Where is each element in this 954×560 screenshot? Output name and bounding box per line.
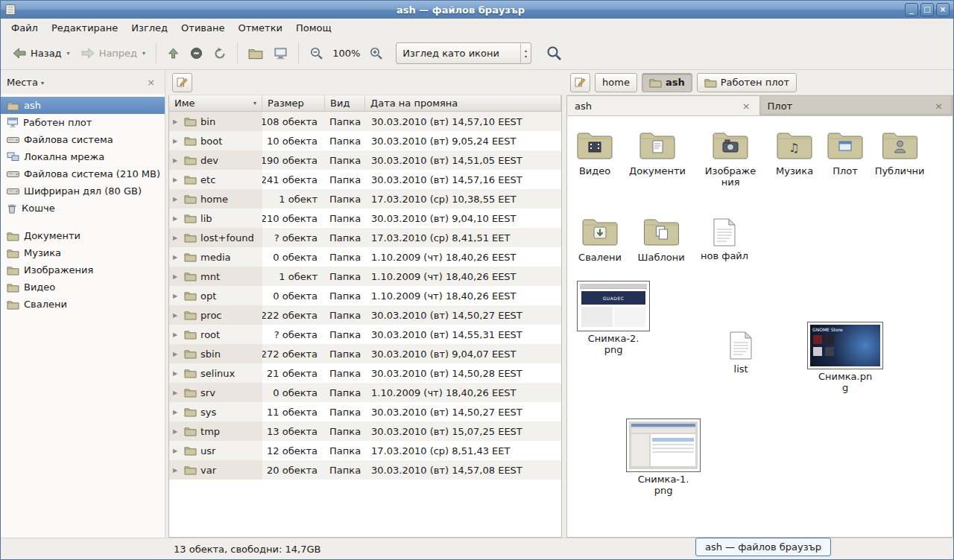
sidebar-item-local-network[interactable]: Локална мрежа <box>1 148 165 165</box>
icon-item-snimka[interactable]: GNOME StoreСнимка.png <box>807 322 883 393</box>
sidebar-item-images[interactable]: Изображения <box>1 261 165 279</box>
expander-icon[interactable]: ▶ <box>173 118 180 125</box>
titlebar[interactable]: ash — файлов браузър _□× <box>1 1 953 19</box>
icon-item-images[interactable]: Изображения <box>702 129 759 188</box>
icon-item-desktop[interactable]: Плот <box>825 129 865 177</box>
expander-icon[interactable]: ▶ <box>173 370 180 377</box>
icon-item-video[interactable]: Видео <box>575 129 615 177</box>
sidebar-item-trash[interactable]: Кошче <box>1 200 165 217</box>
stop-button[interactable] <box>185 42 208 66</box>
up-button[interactable] <box>162 42 185 66</box>
tab-close-icon[interactable]: × <box>741 101 752 112</box>
icon-canvas[interactable]: ВидеоДокументиИзображения♫МузикаПлотПубл… <box>566 116 953 538</box>
maximize-button[interactable]: □ <box>920 3 934 16</box>
expander-icon[interactable]: ▶ <box>173 331 180 338</box>
search-button[interactable] <box>542 42 567 66</box>
expander-icon[interactable]: ▶ <box>173 254 180 261</box>
sidebar-item-documents[interactable]: Документи <box>1 227 165 244</box>
file-row-sys[interactable]: ▶sys11 обектаПапка30.03.2010 (вт) 14,50,… <box>169 402 561 421</box>
location-toggle-left-button[interactable] <box>172 73 192 92</box>
file-row-dev[interactable]: ▶dev190 обектаПапка30.03.2010 (вт) 14,51… <box>169 150 561 170</box>
file-row-proc[interactable]: ▶proc222 обектаПапка30.03.2010 (вт) 14,5… <box>169 305 561 325</box>
minimize-button[interactable]: _ <box>905 3 918 16</box>
expander-icon[interactable]: ▶ <box>173 312 180 319</box>
file-row-bin[interactable]: ▶bin108 обектаПапка30.03.2010 (вт) 14,57… <box>169 112 561 131</box>
column-header-mod[interactable]: Дата на промяна <box>365 95 561 111</box>
menu-file[interactable]: Файл <box>4 20 45 36</box>
breadcrumb-home[interactable]: home <box>595 73 637 92</box>
breadcrumb-ash[interactable]: ash <box>642 73 692 92</box>
icon-item-list[interactable]: list <box>730 331 752 375</box>
file-row-etc[interactable]: ▶etc241 обектаПапка30.03.2010 (вт) 14,57… <box>169 170 561 189</box>
computer-button[interactable] <box>268 42 293 66</box>
file-row-tmp[interactable]: ▶tmp13 обектаПапка30.03.2010 (вт) 15,07,… <box>169 421 561 441</box>
spinner-icon[interactable]: ▴ ▾ <box>520 43 531 63</box>
file-row-var[interactable]: ▶var20 обектаПапка30.03.2010 (вт) 14,57,… <box>169 460 561 480</box>
tab-close-icon[interactable]: × <box>933 101 944 112</box>
sidebar-item-ash[interactable]: ash <box>1 97 165 114</box>
sidebar-item-music[interactable]: Музика <box>1 244 165 261</box>
file-row-srv[interactable]: ▶srv0 обектаПапка1.10.2009 (чт) 18,40,26… <box>169 383 561 402</box>
view-mode-select[interactable]: Изглед като икони ▴ ▾ <box>396 42 531 64</box>
location-toggle-right-button[interactable] <box>570 73 590 92</box>
menu-help[interactable]: Помощ <box>289 20 338 36</box>
icon-item-templates[interactable]: Шаблони <box>638 215 685 264</box>
menu-edit[interactable]: Редактиране <box>45 20 124 36</box>
menu-view[interactable]: Изглед <box>124 20 174 36</box>
icon-item-documents[interactable]: Документи <box>629 129 686 177</box>
sidebar-item-filesystem-210mb[interactable]: Файлова система (210 MB) <box>1 165 165 182</box>
sidebar-item-downloads[interactable]: Свалени <box>1 296 165 313</box>
zoom-in-button[interactable] <box>364 42 388 66</box>
sidebar-item-encrypted-80gb[interactable]: Шифриран дял (80 GB) <box>1 182 165 200</box>
sidebar-close-icon[interactable]: × <box>143 77 159 88</box>
expander-icon[interactable]: ▶ <box>173 428 180 435</box>
breadcrumb-desktop[interactable]: Работен плот <box>697 73 797 92</box>
icon-item-downloads[interactable]: Свалени <box>578 215 622 264</box>
expander-icon[interactable]: ▶ <box>173 235 180 241</box>
file-row-boot[interactable]: ▶boot10 обектаПапка30.03.2010 (вт) 9,05,… <box>169 131 561 150</box>
back-button[interactable]: Назад ▾ <box>7 42 75 66</box>
file-row-lib[interactable]: ▶lib210 обектаПапка30.03.2010 (вт) 9,04,… <box>169 209 561 228</box>
column-header-type[interactable]: Вид <box>325 95 365 111</box>
menu-bookmarks[interactable]: Отметки <box>231 20 288 36</box>
icon-item-snimka-1[interactable]: Снимка-1.png <box>626 419 701 496</box>
expander-icon[interactable]: ▶ <box>173 138 180 144</box>
file-row-lost+found[interactable]: ▶lost+found? обектаПапка17.03.2010 (ср) … <box>169 228 561 247</box>
sidebar-dropdown-icon[interactable]: ▾ <box>41 77 143 86</box>
expander-icon[interactable]: ▶ <box>173 293 180 299</box>
sidebar-item-desktop[interactable]: Работен плот <box>1 114 165 131</box>
file-row-mnt[interactable]: ▶mnt1 обектПапка1.10.2009 (чт) 18,40,26 … <box>169 267 561 286</box>
zoom-out-button[interactable] <box>304 42 329 66</box>
icon-item-new-file[interactable]: нов файл <box>701 218 748 262</box>
tab-plot[interactable]: Плот× <box>760 96 953 115</box>
sidebar-title[interactable]: Места <box>7 77 38 88</box>
file-row-usr[interactable]: ▶usr12 обектаПапка17.03.2010 (ср) 8,51,4… <box>169 441 561 460</box>
file-row-home[interactable]: ▶home1 обектПапка17.03.2010 (ср) 10,38,5… <box>169 189 561 209</box>
expander-icon[interactable]: ▶ <box>173 215 180 222</box>
icon-item-public[interactable]: Публични <box>875 129 925 177</box>
column-header-size[interactable]: Размер <box>262 95 325 111</box>
file-row-sbin[interactable]: ▶sbin272 обектаПапка30.03.2010 (вт) 9,04… <box>169 344 561 363</box>
expander-icon[interactable]: ▶ <box>173 448 180 454</box>
expander-icon[interactable]: ▶ <box>173 273 180 280</box>
close-button[interactable]: × <box>936 3 950 16</box>
expander-icon[interactable]: ▶ <box>173 467 180 474</box>
file-row-root[interactable]: ▶root? обектаПапка30.03.2010 (вт) 14,55,… <box>169 325 561 344</box>
sidebar-item-video[interactable]: Видео <box>1 279 165 296</box>
reload-button[interactable] <box>208 42 232 66</box>
expander-icon[interactable]: ▶ <box>173 351 180 357</box>
icon-item-snimka-2[interactable]: GUADECСнимка-2.png <box>577 281 650 355</box>
expander-icon[interactable]: ▶ <box>173 196 180 203</box>
tab-ash[interactable]: ash× <box>567 96 759 115</box>
expander-icon[interactable]: ▶ <box>173 157 180 164</box>
expander-icon[interactable]: ▶ <box>173 409 180 416</box>
forward-button[interactable]: Напред ▾ <box>75 42 151 66</box>
file-row-selinux[interactable]: ▶selinux21 обектаПапка30.03.2010 (вт) 14… <box>169 363 561 383</box>
file-row-opt[interactable]: ▶opt0 обектаПапка1.10.2009 (чт) 18,40,26… <box>169 286 561 305</box>
expander-icon[interactable]: ▶ <box>173 389 180 396</box>
sidebar-item-filesystem[interactable]: Файлова система <box>1 131 165 148</box>
menu-go[interactable]: Отиване <box>174 20 231 36</box>
expander-icon[interactable]: ▶ <box>173 176 180 183</box>
home-button[interactable] <box>243 42 268 66</box>
icon-item-music[interactable]: ♫Музика <box>774 129 815 177</box>
